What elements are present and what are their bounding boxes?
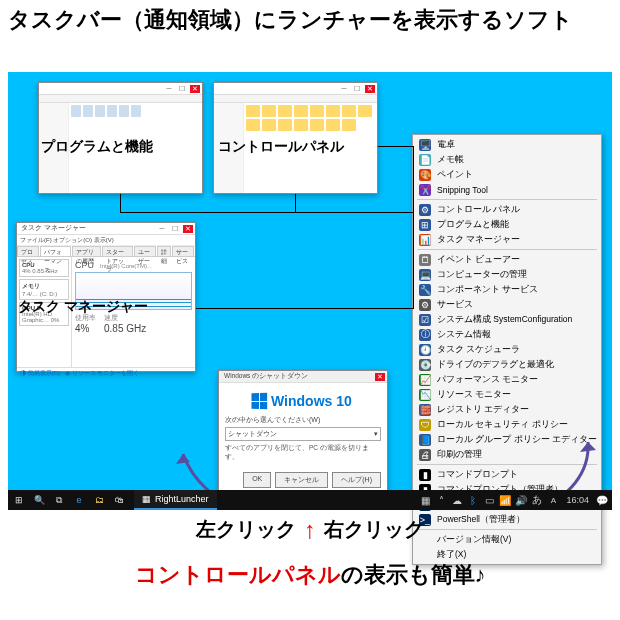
store-icon[interactable]: 🛍	[110, 491, 128, 509]
ok-button[interactable]: OK	[243, 472, 271, 488]
tray-chevron-icon[interactable]: ˄	[435, 494, 447, 506]
taskbar-app[interactable]: ▦ RightLuncher	[134, 490, 217, 510]
explorer-programs[interactable]: ─ ☐ ✕	[38, 82, 203, 194]
folder-icon[interactable]	[246, 105, 260, 117]
folder-icon[interactable]	[310, 105, 324, 117]
folder-icon[interactable]	[326, 119, 340, 131]
ctx-item[interactable]: ▮コマンドプロンプト	[413, 467, 601, 482]
ctx-item[interactable]: ⓘシステム情報	[413, 327, 601, 342]
close-icon[interactable]: ✕	[183, 225, 193, 233]
tray-ime-icon[interactable]: あ	[531, 494, 543, 506]
tab-strip[interactable]: プロセスパフォーマンスアプリの履歴スタートアップユーザー詳細サービス	[17, 246, 195, 257]
file-icon[interactable]	[83, 105, 93, 117]
folder-icon[interactable]	[326, 105, 340, 117]
ctx-item[interactable]: ☑システム構成 SystemConfiguration	[413, 312, 601, 327]
tm-tab[interactable]: スタートアップ	[102, 246, 134, 256]
folder-icon[interactable]	[294, 119, 308, 131]
ctx-item[interactable]: 💻コンピューターの管理	[413, 267, 601, 282]
footer-link[interactable]: 簡易表示(D)	[28, 370, 60, 376]
nav-pane[interactable]	[39, 103, 69, 193]
tm-tab[interactable]: パフォーマンス	[40, 246, 72, 256]
tray-bluetooth-icon[interactable]: ᛒ	[467, 494, 479, 506]
tm-tab[interactable]: アプリの履歴	[72, 246, 100, 256]
help-button[interactable]: ヘルプ(H)	[332, 472, 381, 488]
explorer-controlpanel[interactable]: ─ ☐ ✕	[213, 82, 378, 194]
max-icon[interactable]: ☐	[177, 85, 187, 93]
ctx-item[interactable]: 📊タスク マネージャー	[413, 232, 601, 247]
tray-volume-icon[interactable]: 🔊	[515, 494, 527, 506]
ctx-item[interactable]: 📘ローカル グループ ポリシー エディター	[413, 432, 601, 447]
max-icon[interactable]: ☐	[170, 225, 180, 233]
file-icon[interactable]	[119, 105, 129, 117]
tm-card[interactable]: GPU 0Intel(R) HD Graphic… 0%	[19, 302, 69, 326]
start-button[interactable]: ⊞	[10, 491, 28, 509]
ctx-item[interactable]: 🖨印刷の管理	[413, 447, 601, 462]
ctx-item[interactable]: ⚙コントロール パネル	[413, 202, 601, 217]
clock[interactable]: 16:04	[563, 495, 592, 505]
tray-network-icon[interactable]: 📶	[499, 494, 511, 506]
min-icon[interactable]: ─	[164, 85, 174, 93]
tray-battery-icon[interactable]: ▭	[483, 494, 495, 506]
tm-tab[interactable]: ユーザー	[134, 246, 156, 256]
ctx-item[interactable]: 💽ドライブのデフラグと最適化	[413, 357, 601, 372]
tm-card[interactable]: メモリ7.4/… (C: D:)	[19, 279, 69, 300]
folder-icon[interactable]	[342, 105, 356, 117]
ctx-item[interactable]: 📄メモ帳	[413, 152, 601, 167]
ctx-item[interactable]: 🖥️電卓	[413, 137, 601, 152]
min-icon[interactable]: ─	[157, 225, 167, 233]
footer-link[interactable]: リソース モニターを開く	[72, 370, 140, 376]
ctx-item[interactable]: 📉リソース モニター	[413, 387, 601, 402]
file-list[interactable]	[244, 103, 377, 193]
system-tray[interactable]: ▦ ˄ ☁ ᛒ ▭ 📶 🔊 あ A 16:04 💬	[419, 494, 612, 506]
file-icon[interactable]	[95, 105, 105, 117]
folder-icon[interactable]	[262, 119, 276, 131]
folder-icon[interactable]	[342, 119, 356, 131]
folder-icon[interactable]	[278, 119, 292, 131]
close-icon[interactable]: ✕	[190, 85, 200, 93]
ctx-item[interactable]: 🕘タスク スケジューラ	[413, 342, 601, 357]
menu-bar[interactable]: ファイル(F) オプション(O) 表示(V)	[17, 235, 195, 246]
folder-icon[interactable]	[262, 105, 276, 117]
file-icon[interactable]	[107, 105, 117, 117]
tm-sidebar[interactable]: CPU4% 0.85 GHzメモリ7.4/… (C: D:)GPU 0Intel…	[17, 257, 72, 367]
tray-onedrive-icon[interactable]: ☁	[451, 494, 463, 506]
close-icon[interactable]: ✕	[365, 85, 375, 93]
folder-icon[interactable]	[358, 105, 372, 117]
file-icon[interactable]	[71, 105, 81, 117]
file-icon[interactable]	[131, 105, 141, 117]
tray-ime-a-icon[interactable]: A	[547, 494, 559, 506]
tm-tab[interactable]: サービス	[172, 246, 194, 256]
tm-card[interactable]: CPU4% 0.85 GHz	[19, 259, 69, 277]
folder-icon[interactable]	[246, 119, 260, 131]
folder-icon[interactable]	[310, 119, 324, 131]
explorer-icon[interactable]: 🗂	[90, 491, 108, 509]
ctx-item[interactable]: 🎨ペイント	[413, 167, 601, 182]
folder-icon[interactable]	[278, 105, 292, 117]
cancel-button[interactable]: キャンセル	[275, 472, 328, 488]
ctx-item[interactable]: ⚙サービス	[413, 297, 601, 312]
max-icon[interactable]: ☐	[352, 85, 362, 93]
ctx-item[interactable]: 📈パフォーマンス モニター	[413, 372, 601, 387]
close-icon[interactable]: ✕	[375, 373, 385, 381]
ctx-item[interactable]: ✂️Snipping Tool	[413, 182, 601, 197]
ctx-item[interactable]: ⊞プログラムと機能	[413, 217, 601, 232]
tm-tab[interactable]: プロセス	[17, 246, 39, 256]
folder-icon[interactable]	[294, 105, 308, 117]
ctx-item[interactable]: 🗒イベント ビューアー	[413, 252, 601, 267]
tm-tab[interactable]: 詳細	[157, 246, 172, 256]
action-select[interactable]: シャットダウン ▾	[225, 427, 381, 441]
action-center-icon[interactable]: 💬	[596, 494, 608, 506]
shutdown-dialog[interactable]: Windows のシャットダウン ✕ Windows 10 次の中から選んでくだ…	[218, 370, 388, 500]
task-manager-window[interactable]: タスク マネージャー ─ ☐ ✕ ファイル(F) オプション(O) 表示(V) …	[16, 222, 196, 372]
file-list[interactable]	[69, 103, 202, 193]
tray-launcher-icon[interactable]: ▦	[419, 494, 431, 506]
edge-icon[interactable]: e	[70, 491, 88, 509]
ctx-item[interactable]: 🛡ローカル セキュリティ ポリシー	[413, 417, 601, 432]
taskbar[interactable]: ⊞ 🔍 ⧉ e 🗂 🛍 ▦ RightLuncher ▦ ˄ ☁ ᛒ ▭ 📶 🔊…	[8, 490, 612, 510]
ctx-item[interactable]: 🧱レジストリ エディター	[413, 402, 601, 417]
ctx-item[interactable]: 🔧コンポーネント サービス	[413, 282, 601, 297]
taskview-icon[interactable]: ⧉	[50, 491, 68, 509]
nav-pane[interactable]	[214, 103, 244, 193]
min-icon[interactable]: ─	[339, 85, 349, 93]
search-icon[interactable]: 🔍	[30, 491, 48, 509]
